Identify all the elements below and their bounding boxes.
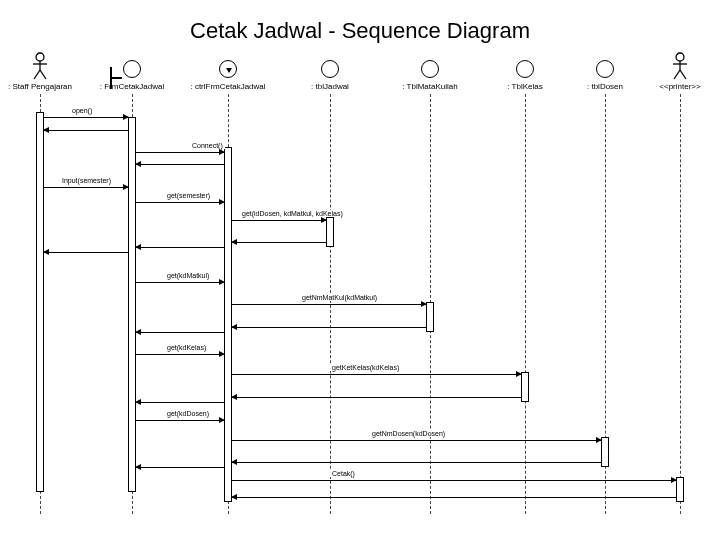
actor-icon [32, 52, 48, 82]
message-arrow [136, 152, 224, 153]
message-arrow [136, 420, 224, 421]
message-label: Cetak() [330, 470, 357, 477]
entity-icon [596, 60, 614, 78]
svg-point-0 [36, 53, 44, 61]
return-arrow [232, 242, 326, 243]
entity-icon [421, 60, 439, 78]
entity-icon [321, 60, 339, 78]
message-label: getNmDosen(kdDosen) [370, 430, 447, 437]
activation-bar [326, 217, 334, 247]
sequence-diagram: : Staff Pengajaran : FrmCetakJadwal : ct… [0, 52, 720, 532]
participant-label: <<printer>> [659, 82, 700, 91]
svg-line-8 [674, 70, 680, 79]
message-label: getKetKelas(kdKelas) [330, 364, 401, 371]
svg-line-9 [680, 70, 686, 79]
message-arrow [44, 187, 128, 188]
participant-label: : Staff Pengajaran [8, 82, 72, 91]
return-arrow [232, 397, 521, 398]
participant-label: : ctrlFrmCetakJadwal [190, 82, 265, 91]
message-label: get(kdDosen) [165, 410, 211, 417]
return-arrow [136, 467, 224, 468]
message-label: Input(semester) [60, 177, 113, 184]
return-arrow [136, 332, 224, 333]
participant-label: : FrmCetakJadwal [100, 82, 164, 91]
svg-line-3 [34, 70, 40, 79]
actor-icon [672, 52, 688, 82]
message-label: open() [70, 107, 94, 114]
control-icon [219, 60, 237, 78]
return-arrow [136, 164, 224, 165]
message-arrow [232, 304, 426, 305]
activation-bar [426, 302, 434, 332]
message-arrow [232, 440, 601, 441]
participant-label: : TblKelas [507, 82, 542, 91]
activation-bar [521, 372, 529, 402]
diagram-title: Cetak Jadwal - Sequence Diagram [0, 0, 720, 52]
message-arrow [136, 354, 224, 355]
activation-bar [128, 117, 136, 492]
activation-bar [36, 112, 44, 492]
message-label: get(kdKelas) [165, 344, 208, 351]
return-arrow [136, 402, 224, 403]
participant-label: : tblDosen [587, 82, 623, 91]
participant-label: : TblMataKuliah [402, 82, 457, 91]
return-arrow [44, 130, 128, 131]
message-arrow [232, 480, 676, 481]
message-label: Connect() [190, 142, 225, 149]
message-label: getNmMatKul(kdMatkul) [300, 294, 379, 301]
participant-label: : tblJadwal [311, 82, 349, 91]
message-label: get(kdMatkul) [165, 272, 211, 279]
return-arrow [232, 497, 676, 498]
message-arrow [232, 374, 521, 375]
lifeline [525, 94, 526, 514]
lifeline [680, 94, 681, 514]
message-arrow [232, 220, 326, 221]
return-arrow [136, 247, 224, 248]
boundary-icon [123, 60, 141, 78]
message-arrow [136, 202, 224, 203]
svg-line-4 [40, 70, 46, 79]
return-arrow [44, 252, 128, 253]
message-label: get(idDosen, kdMatkul, kdKelas) [240, 210, 345, 217]
message-label: get(semester) [165, 192, 212, 199]
return-arrow [232, 327, 426, 328]
activation-bar [676, 477, 684, 502]
message-arrow [44, 117, 128, 118]
message-arrow [136, 282, 224, 283]
activation-bar [601, 437, 609, 467]
svg-point-5 [676, 53, 684, 61]
return-arrow [232, 462, 601, 463]
entity-icon [516, 60, 534, 78]
